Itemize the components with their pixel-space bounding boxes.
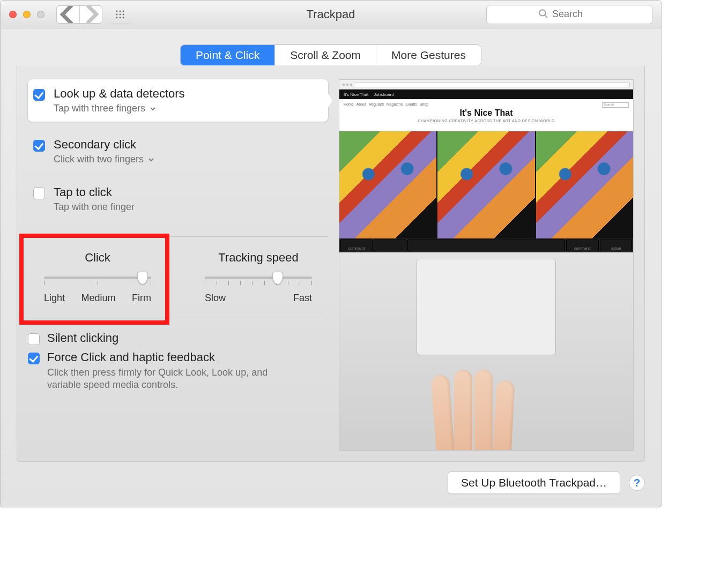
tab-scroll-and-zoom[interactable]: Scroll & Zoom <box>274 45 376 65</box>
preferences-window: Trackpad Point & Click Scroll & Zoom Mor… <box>0 0 662 507</box>
option-silent-clicking[interactable]: Silent clicking <box>28 331 328 345</box>
svg-point-3 <box>116 13 118 15</box>
preview-browser-bar <box>339 80 633 89</box>
window-controls <box>9 11 44 18</box>
checkbox-tap[interactable] <box>33 188 45 199</box>
force-desc: Click then press firmly for Quick Look, … <box>47 366 294 392</box>
option-secondary-label: Secondary click <box>54 138 154 152</box>
force-label: Force Click and haptic feedback <box>47 350 294 364</box>
preview-tabstrip: It's Nice That Jobsboard <box>339 89 633 99</box>
checkbox-lookup[interactable] <box>33 89 45 101</box>
silent-label: Silent clicking <box>47 331 118 345</box>
preview-site-search: Search <box>602 102 629 108</box>
svg-point-8 <box>123 17 124 18</box>
option-lookup-label: Look up & data detectors <box>54 87 185 101</box>
preview-url <box>354 82 630 87</box>
svg-point-1 <box>120 10 121 12</box>
show-all-button[interactable] <box>109 6 131 23</box>
setup-bluetooth-button[interactable]: Set Up Bluetooth Trackpad… <box>448 472 620 494</box>
option-secondary-sub[interactable]: Click with two fingers <box>54 154 154 165</box>
option-force-click[interactable]: Force Click and haptic feedback Click th… <box>28 350 328 392</box>
tab-more-gestures[interactable]: More Gestures <box>376 45 481 65</box>
chevron-down-icon <box>150 106 156 112</box>
checkbox-silent[interactable] <box>28 333 40 345</box>
search-input[interactable] <box>552 9 600 20</box>
svg-point-5 <box>123 13 124 15</box>
options-column: Look up & data detectors Tap with three … <box>28 79 328 451</box>
click-slider-title: Click <box>85 251 110 265</box>
preview-keyboard-row: command command option <box>339 238 633 252</box>
zoom-button[interactable] <box>37 11 44 18</box>
bottom-options: Silent clicking Force Click and haptic f… <box>28 331 328 392</box>
preview-hand <box>434 370 530 451</box>
click-slider-box: Click Light Medium Firm <box>28 251 167 304</box>
search-icon <box>538 9 548 20</box>
tracking-slider-labels: Slow Fast <box>205 293 312 304</box>
click-slider-labels: Light Medium Firm <box>44 293 151 304</box>
option-tap-sub: Tap with one finger <box>54 201 135 213</box>
svg-point-4 <box>120 13 121 15</box>
content-panel: Look up & data detectors Tap with three … <box>17 65 645 462</box>
tracking-slider[interactable] <box>205 273 312 289</box>
svg-point-0 <box>116 10 118 12</box>
svg-point-6 <box>116 17 118 18</box>
tracking-slider-box: Tracking speed Slow Fast <box>189 251 328 304</box>
minimize-button[interactable] <box>23 11 31 18</box>
sliders-row: Click Light Medium Firm Tracking speed <box>28 236 328 318</box>
search-field[interactable] <box>486 5 652 24</box>
click-slider[interactable] <box>44 273 151 289</box>
tab-bar: Point & Click Scroll & Zoom More Gesture… <box>1 28 661 66</box>
option-lookup-sub[interactable]: Tap with three fingers <box>54 103 185 114</box>
preview-trackpad-shell <box>339 252 633 450</box>
close-button[interactable] <box>9 11 17 18</box>
option-tap-to-click[interactable]: Tap to click Tap with one finger <box>28 178 328 220</box>
gesture-preview: It's Nice That Jobsboard HomeAboutRegula… <box>339 79 634 451</box>
nav-buttons <box>56 5 102 24</box>
checkbox-force[interactable] <box>28 353 40 364</box>
option-secondary-click[interactable]: Secondary click Click with two fingers <box>28 130 328 173</box>
svg-point-7 <box>120 17 121 18</box>
checkbox-secondary[interactable] <box>33 140 45 152</box>
preview-site-header: HomeAboutRegulars MagazineEventsShop Sea… <box>339 99 633 131</box>
preview-column: It's Nice That Jobsboard HomeAboutRegula… <box>339 79 634 451</box>
titlebar: Trackpad <box>1 1 661 28</box>
preview-site-logo: It's Nice That <box>460 108 513 118</box>
preview-artwork <box>339 131 633 238</box>
forward-button[interactable] <box>79 6 102 23</box>
option-tap-label: Tap to click <box>54 185 135 199</box>
svg-point-2 <box>123 10 124 12</box>
tracking-slider-title: Tracking speed <box>218 251 299 265</box>
svg-point-9 <box>539 10 545 16</box>
preview-site-tagline: CHAMPIONING CREATIVITY ACROSS THE ART AN… <box>418 119 554 123</box>
option-lookup[interactable]: Look up & data detectors Tap with three … <box>28 79 328 122</box>
help-button[interactable]: ? <box>629 475 645 491</box>
tab-point-and-click[interactable]: Point & Click <box>181 45 274 65</box>
back-button[interactable] <box>57 6 79 23</box>
preview-trackpad <box>417 259 556 355</box>
chevron-down-icon <box>148 156 154 163</box>
footer: Set Up Bluetooth Trackpad… ? <box>1 462 661 507</box>
